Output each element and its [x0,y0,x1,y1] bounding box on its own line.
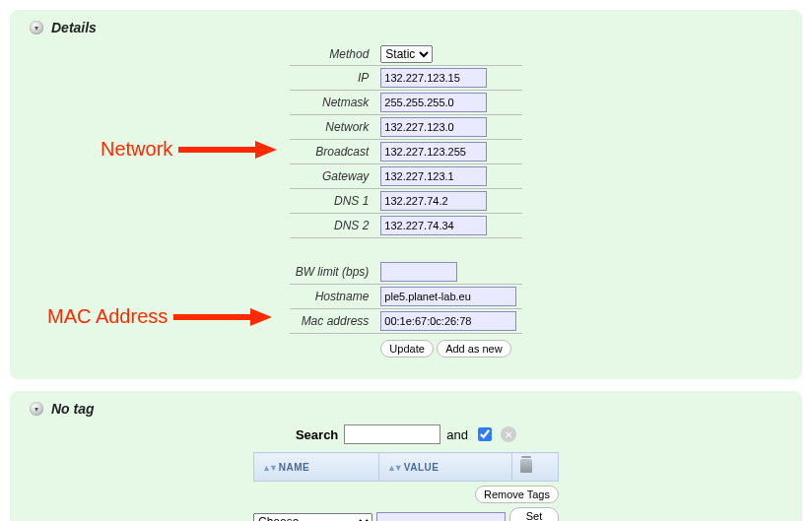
col-value-header[interactable]: ▲▼VALUE [378,453,511,482]
label-broadcast: Broadcast [290,140,375,164]
sort-icon: ▲▼ [262,463,276,473]
trash-icon[interactable] [520,459,532,473]
collapse-icon[interactable]: ▾ [30,402,43,416]
broadcast-input[interactable] [380,142,487,162]
tags-panel: ▾ No tag Search and ✕ ▲▼NAME ▲▼VALUE Rem… [10,391,802,521]
col-delete-header [512,453,559,482]
and-checkbox[interactable] [478,427,492,441]
choose-tag-select[interactable]: Choose [253,513,372,521]
label-method: Method [290,43,375,66]
method-select[interactable]: Static [380,45,433,63]
label-network: Network [290,115,375,140]
label-hostname: Hostname [290,285,375,309]
tags-header: ▾ No tag [30,401,782,417]
update-button[interactable]: Update [380,340,433,358]
mac-input[interactable] [380,311,516,331]
clear-search-icon[interactable]: ✕ [501,426,516,442]
dns2-input[interactable] [380,216,487,235]
label-dns1: DNS 1 [290,189,375,214]
set-tag-button[interactable]: Set Tag [509,507,559,521]
details-header: ▾ Details [30,20,782,35]
dns1-input[interactable] [380,191,487,211]
ip-input[interactable] [380,68,487,88]
search-input[interactable] [344,424,440,444]
label-dns2: DNS 2 [290,214,375,238]
search-label: Search [296,427,338,442]
gateway-input[interactable] [380,166,487,186]
tags-title: No tag [51,401,95,417]
bwlimit-input[interactable] [380,262,457,282]
label-ip: IP [290,66,375,91]
label-mac: Mac address [290,309,375,334]
tags-table: ▲▼NAME ▲▼VALUE [253,452,559,482]
details-table: Method Static IP Netmask Network [290,43,523,359]
netmask-input[interactable] [380,93,487,112]
add-as-new-button[interactable]: Add as new [437,340,510,358]
label-netmask: Netmask [290,91,375,115]
tag-value-input[interactable] [376,512,506,521]
hostname-input[interactable] [380,287,516,306]
label-bwlimit: BW limit (bps) [290,260,375,285]
label-gateway: Gateway [290,164,375,189]
col-name-header[interactable]: ▲▼NAME [254,453,379,482]
remove-tags-row: Remove Tags [253,486,559,503]
remove-tags-button[interactable]: Remove Tags [475,486,559,503]
collapse-icon[interactable]: ▾ [30,21,43,34]
network-input[interactable] [380,117,487,137]
and-label: and [446,427,468,442]
sort-icon: ▲▼ [387,463,401,473]
details-panel: ▾ Details Network MAC Address Method [10,10,802,379]
details-form: Method Static IP Netmask Network [30,43,782,359]
search-row: Search and ✕ [30,424,782,444]
set-tag-row: Choose Set Tag [253,507,559,521]
details-title: Details [51,20,97,35]
